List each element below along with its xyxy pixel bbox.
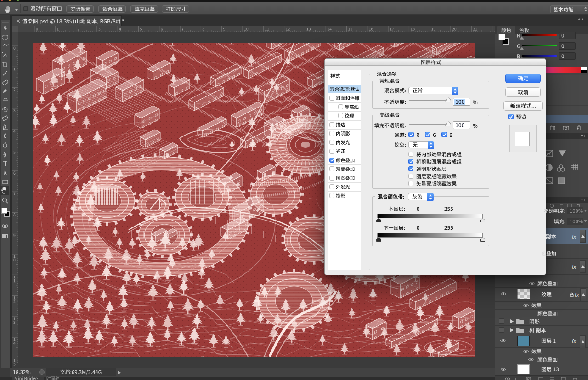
svg-text:fx: fx <box>572 264 577 270</box>
svg-text:fx: fx <box>572 234 577 240</box>
svg-text:fx: fx <box>572 338 577 345</box>
svg-text:fx: fx <box>575 292 579 298</box>
